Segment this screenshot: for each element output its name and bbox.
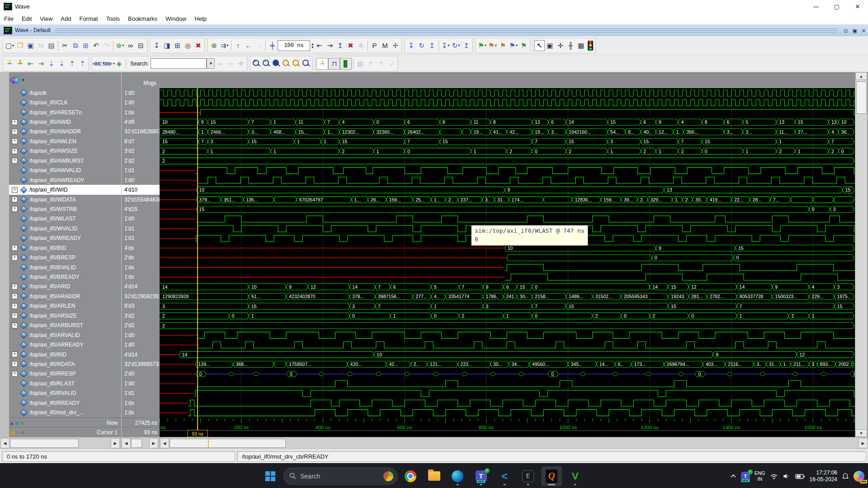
expand-icon[interactable]: + — [12, 138, 18, 144]
run-up-icon[interactable]: ↥ — [427, 40, 437, 51]
expand-icon[interactable]: + — [12, 313, 18, 319]
hand-icon[interactable]: ✛ — [390, 40, 401, 51]
expand-icon[interactable]: + — [12, 245, 18, 251]
waveform-svg[interactable]: 1091571117406811813614156948651315131028… — [160, 88, 855, 418]
menu-item-format[interactable]: Format — [75, 14, 102, 23]
forward-icon[interactable]: → — [254, 40, 264, 51]
collapse-left-icon[interactable]: ⋘ — [93, 58, 104, 69]
prev-falling-icon[interactable]: ⇣ — [46, 58, 57, 69]
wave-row[interactable] — [160, 90, 854, 96]
wave-scrollbar[interactable]: ◀ ▶ — [160, 437, 868, 449]
signal-row[interactable]: +/top/axi_if0/ARBURST — [9, 321, 121, 330]
time-step-input[interactable] — [278, 40, 310, 51]
wave-row[interactable]: 14109121476579615014151214943 — [160, 284, 854, 290]
wave-row[interactable]: 2 — [160, 158, 854, 164]
flag-add-icon[interactable]: ⚑ — [477, 40, 487, 51]
wave-scroll-thumb[interactable] — [170, 439, 286, 448]
minimize-button[interactable]: — — [806, 0, 826, 13]
expand-icon[interactable]: + — [12, 129, 18, 135]
signal-row[interactable]: /top/axi_if0/RVALID — [9, 389, 121, 398]
menu-item-view[interactable]: View — [36, 14, 57, 23]
clock-tray[interactable]: 17:27:06 16-05-2024 — [810, 469, 837, 483]
expand-icon[interactable]: + — [12, 284, 18, 290]
maximize-button[interactable]: ▢ — [826, 0, 847, 13]
step-into-icon[interactable]: ↧ — [440, 40, 451, 51]
vertical-scrollbar[interactable]: ▲ ▼ — [855, 72, 867, 437]
prev-rising-icon[interactable]: ⇡ — [67, 58, 77, 69]
follow-icon[interactable]: ⇉ — [219, 40, 230, 51]
memory-icon[interactable]: M — [380, 40, 390, 51]
volume-icon[interactable] — [783, 473, 791, 479]
signal-row[interactable]: +/top/axi_if0/ARSIZE — [9, 311, 121, 320]
expand-icon[interactable]: + — [12, 352, 18, 357]
time-set-icon[interactable]: ⇤ — [314, 40, 325, 51]
save-icon[interactable]: ▣ — [25, 40, 36, 51]
paste-icon[interactable]: ⊞ — [80, 40, 91, 51]
pane-drag-handle[interactable] — [55, 28, 838, 33]
wave-row[interactable]: 28480...1.2466...3...468...15...1...1230… — [160, 129, 854, 135]
scroll-right-icon3[interactable]: ▶ — [859, 438, 868, 448]
wave-row[interactable]: 10915711174068118136141569486513151310 — [160, 119, 854, 125]
timeline-ruler[interactable]: ns200 ns400 ns600 ns800 ns1000 ns1200 ns… — [160, 418, 855, 437]
wave-row[interactable]: 2 — [160, 323, 854, 329]
expand-icon[interactable]: + — [12, 371, 18, 377]
signal-row[interactable]: /top/axi_if0/AWVALID — [9, 166, 121, 175]
signal-row[interactable]: +/top/axi_if0/BRESP — [9, 253, 121, 262]
scroll-left-icon3[interactable]: ◀ — [160, 438, 169, 448]
expand-icon[interactable]: + — [12, 206, 18, 212]
flag-edit-icon[interactable]: ⚑ — [498, 40, 508, 51]
menu-item-help[interactable]: Help — [190, 14, 211, 23]
edge-last-icon[interactable]: ↲ — [386, 58, 396, 69]
names-scroll-thumb[interactable] — [10, 439, 79, 448]
timeline-svg[interactable]: ns200 ns400 ns600 ns800 ns1000 ns1200 ns… — [160, 418, 855, 437]
expand-all-icon[interactable]: ◈ — [114, 58, 124, 69]
wave-row[interactable] — [160, 332, 855, 338]
wave-row[interactable] — [160, 390, 855, 397]
prev-transition-icon[interactable]: ⇤ — [25, 58, 36, 69]
pane-float-icon[interactable]: ▣ — [850, 28, 859, 34]
language-indicator[interactable]: ENGIN — [755, 470, 765, 482]
signal-row[interactable]: /top/axi_if0/WREADY — [9, 234, 121, 243]
next-falling-icon[interactable]: ⇣ — [57, 58, 67, 69]
zoom-full-icon[interactable] — [271, 59, 281, 69]
freeze-icon[interactable]: ✱ — [356, 40, 366, 51]
wave-row[interactable] — [160, 168, 855, 174]
wave-compare-icon[interactable]: ◨ — [162, 40, 172, 51]
zoom-range-icon[interactable] — [291, 59, 301, 69]
reload-icon[interactable]: ⇆ — [36, 40, 46, 51]
cursor-mode-icon[interactable]: ╫ — [566, 40, 576, 51]
wave-row[interactable]: 157315111571571531571517 — [160, 138, 854, 145]
waveform-area[interactable]: 1091571117406811813614156948651315131028… — [160, 88, 855, 418]
zoom-mode-icon[interactable]: ▣ — [545, 40, 555, 51]
tool-mini-icon3[interactable]: ◉ — [20, 421, 24, 425]
find-prev-icon[interactable]: ∞ — [215, 58, 225, 69]
copilot-icon[interactable]: PRE — [854, 471, 864, 482]
zoom-in-icon[interactable]: + — [251, 59, 261, 69]
wave-row[interactable] — [160, 400, 855, 406]
edge-icon[interactable] — [447, 466, 468, 486]
expand-icon[interactable]: + — [12, 361, 18, 367]
flag-goto-icon[interactable]: ⚑ — [519, 40, 529, 51]
signal-row[interactable]: +/top/axi_if0/AWID — [9, 117, 121, 127]
time-delete-icon[interactable]: ✖ — [345, 40, 356, 51]
wave-row[interactable] — [160, 274, 855, 280]
tree-header[interactable]: ▼ — [9, 72, 121, 89]
signal-row[interactable]: /top/axi_if0/ARESETn — [9, 108, 121, 117]
run-over-icon[interactable]: ↻ — [416, 40, 427, 51]
signal-row[interactable]: +/top/axi_if0/RDATA — [9, 359, 121, 369]
display-full-icon[interactable]: ▊ — [340, 58, 352, 70]
wave-insert-icon[interactable]: ⊞ — [172, 40, 183, 51]
spin-up-icon[interactable]: ▲ — [311, 42, 314, 46]
menu-item-bookmarks[interactable]: Bookmarks — [124, 14, 161, 23]
find-options-icon[interactable]: ❖ — [236, 58, 246, 69]
new-icon[interactable]: ▢ — [5, 40, 15, 51]
find-next-icon[interactable]: ∞ — [225, 58, 236, 69]
flag-remove-icon[interactable]: ⚑ — [487, 40, 498, 51]
signal-row[interactable]: +/top/axi_if0/AWBURST — [9, 156, 121, 165]
edge-down-icon[interactable]: ↰ — [376, 58, 386, 69]
signal-row[interactable]: +/top/axi_if0/ARLEN — [9, 301, 121, 311]
expand-icon[interactable]: + — [12, 323, 18, 328]
back-icon[interactable]: ← — [243, 40, 254, 51]
signal-row[interactable]: /top/axi_if0/mst_drv_... — [9, 408, 121, 417]
wave-row[interactable]: 00000 — [160, 371, 855, 377]
